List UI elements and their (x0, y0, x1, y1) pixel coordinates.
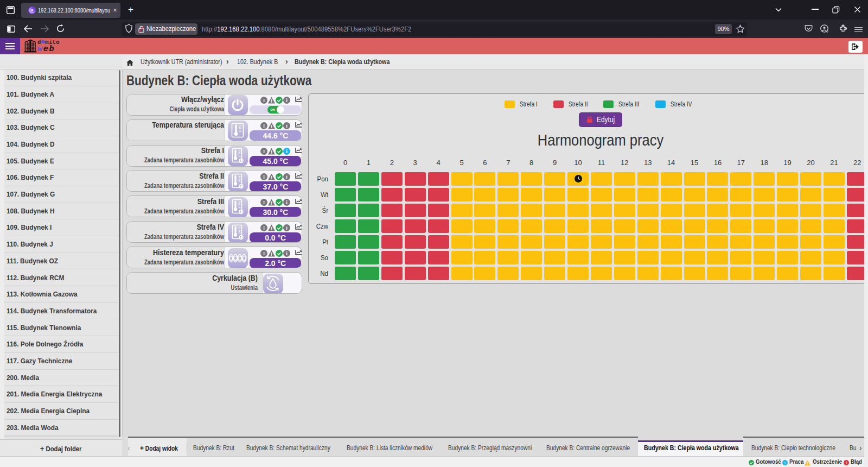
svg-text:i: i (286, 97, 288, 103)
svg-text:!: ! (263, 174, 265, 180)
svg-text:!: ! (271, 200, 272, 206)
svg-text:i: i (286, 250, 288, 256)
svg-text:!: ! (271, 175, 272, 180)
svg-text:!: ! (263, 123, 265, 129)
svg-text:i: i (286, 123, 288, 129)
svg-text:!: ! (263, 97, 265, 103)
svg-text:i: i (286, 225, 288, 231)
svg-text:!: ! (263, 148, 265, 154)
svg-text:i: i (286, 148, 288, 154)
svg-text:!: ! (263, 199, 265, 205)
svg-text:!: ! (263, 225, 265, 231)
svg-text:!: ! (263, 250, 265, 256)
svg-text:!: ! (807, 461, 808, 466)
svg-text:!: ! (846, 460, 847, 465)
svg-text:!: ! (784, 460, 786, 465)
svg-text:i: i (286, 174, 288, 180)
svg-text:!: ! (271, 226, 272, 231)
svg-text:!: ! (271, 124, 272, 129)
svg-text:i: i (286, 199, 288, 205)
svg-text:!: ! (271, 251, 272, 257)
svg-text:!: ! (271, 98, 272, 104)
svg-text:!: ! (271, 149, 272, 155)
